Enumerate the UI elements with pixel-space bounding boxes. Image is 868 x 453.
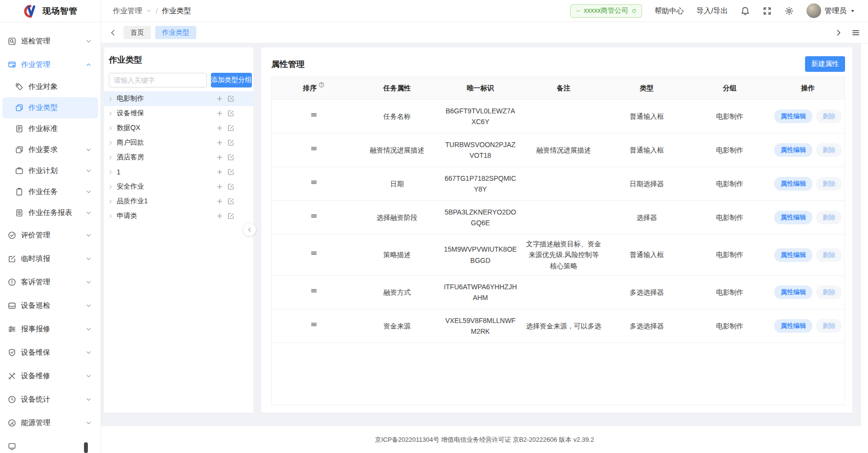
job-type-item-商户回款[interactable]: 商户回款 [104,135,253,150]
tabs-back-icon[interactable] [109,29,117,37]
edit-icon[interactable] [227,139,234,146]
sidebar-item-设备统计[interactable]: 设备统计 [0,388,101,411]
edit-icon[interactable] [227,125,234,131]
table-row: 融资情况进展描述TURBWSVOON2PJAZVOT18融资情况进展描述普通输入… [272,133,845,167]
sidebar-item-设备巡检[interactable]: 设备巡检 [0,294,101,317]
attribute-edit-button[interactable]: 属性编辑 [774,109,812,123]
plus-icon[interactable] [216,213,223,219]
bell-icon[interactable] [741,6,750,16]
delete-button[interactable]: 删除 [816,211,842,224]
breadcrumb-section[interactable]: 作业管理 [113,6,142,16]
job-type-item-数据QX[interactable]: 数据QX [104,121,253,135]
fullscreen-icon[interactable] [763,6,772,16]
panel-collapse-button[interactable] [243,223,256,236]
drag-icon[interactable] [310,145,318,152]
tabs-forward-icon[interactable] [835,29,843,37]
sidebar-item-作业计划[interactable]: 作业计划 [0,160,101,181]
job-type-item-品质作业1[interactable]: 品质作业1 [104,194,253,209]
job-type-item-安全作业[interactable]: 安全作业 [104,179,253,194]
sidebar-item-作业管理[interactable]: 作业管理 [0,53,101,76]
actions-cell: 属性编辑删除 [771,315,845,337]
sidebar-item-临时填报[interactable]: 临时填报 [0,247,101,270]
tabs-menu-icon[interactable] [851,28,860,37]
job-type-item-设备维保[interactable]: 设备维保 [104,106,253,121]
task-attribute-cell: 融资方式 [355,283,438,302]
plus-icon[interactable] [216,154,223,161]
plus-icon[interactable] [216,183,223,190]
question-icon[interactable] [318,82,325,88]
edit-icon[interactable] [227,95,234,102]
chevron-right-icon [108,214,113,219]
delete-button[interactable]: 删除 [816,143,842,157]
edit-icon[interactable] [227,169,234,175]
delete-button[interactable]: 删除 [816,319,842,333]
edit-icon[interactable] [227,198,234,205]
attribute-edit-button[interactable]: 属性编辑 [774,248,812,262]
drag-icon[interactable] [310,178,318,186]
table-row: 日期667TG1P7182SPQMICY8Y日期选择器电影制作属性编辑删除 [272,167,845,201]
sidebar-item-设备维保[interactable]: 设备维保 [0,341,101,364]
attribute-edit-button[interactable]: 属性编辑 [774,319,812,333]
plus-icon[interactable] [216,125,223,131]
sidebar-item-能源管理[interactable]: 能源管理 [0,411,101,434]
sidebar-item-作业要求[interactable]: 作业要求 [0,139,101,160]
tab-home[interactable]: 首页 [124,26,151,39]
drag-icon[interactable] [310,321,318,328]
company-selector[interactable]: xxxxx商管公司 [570,4,642,18]
page-scrollbar-track[interactable] [860,43,868,453]
plus-icon[interactable] [216,198,223,205]
chevron-down-icon [85,147,92,153]
attribute-edit-button[interactable]: 属性编辑 [774,143,812,157]
help-center-link[interactable]: 帮助中心 [655,6,684,16]
sidebar-item-评价管理[interactable]: 评价管理 [0,223,101,247]
delete-button[interactable]: 删除 [816,177,842,191]
sidebar-item-客诉管理[interactable]: 客诉管理 [0,270,101,294]
add-type-group-button[interactable]: 添加类型分组 [211,73,252,87]
doc-icon [15,125,23,133]
sidebar-item-label: 作业计划 [28,166,85,175]
job-type-item-电影制作[interactable]: 电影制作 [104,91,253,106]
attribute-edit-button[interactable]: 属性编辑 [774,285,812,299]
chevron-down-icon [85,396,92,403]
sidebar-item-作业标准[interactable]: 作业标准 [0,118,101,139]
delete-button[interactable]: 删除 [816,248,842,262]
drag-icon[interactable] [310,212,318,220]
delete-button[interactable]: 删除 [816,285,842,299]
import-export-link[interactable]: 导入/导出 [697,6,728,16]
sidebar-item-作业类型[interactable]: 作业类型 [2,97,98,118]
sidebar-scrollbar-thumb[interactable] [84,442,88,453]
plus-icon[interactable] [216,169,223,175]
delete-button[interactable]: 删除 [816,109,842,123]
drag-icon[interactable] [310,249,318,257]
job-type-item-1[interactable]: 1 [104,165,253,179]
plus-icon[interactable] [216,139,223,146]
job-type-item-酒店客房[interactable]: 酒店客房 [104,150,253,165]
attribute-edit-button[interactable]: 属性编辑 [774,211,812,224]
sidebar-item-报事报修[interactable]: 报事报修 [0,317,101,341]
keyword-search-input[interactable] [109,73,207,87]
edit-icon[interactable] [227,154,234,161]
edit-icon[interactable] [227,110,234,117]
sidebar-item-label: 评价管理 [21,231,85,240]
drag-icon[interactable] [310,287,318,295]
edit-icon[interactable] [227,213,234,219]
chevron-down-icon[interactable] [146,8,152,14]
sidebar-item-作业对象[interactable]: 作业对象 [0,76,101,97]
drag-icon[interactable] [310,111,318,119]
tab-job-type[interactable]: 作业类型 [155,26,196,39]
gear-icon[interactable] [785,6,794,16]
sidebar-item-作业任务[interactable]: 作业任务 [0,181,101,202]
type-cell: 普通输入框 [605,245,688,264]
job-type-item-申请类[interactable]: 申请类 [104,209,253,223]
sidebar-item-设备维修[interactable]: 设备维修 [0,364,101,388]
sort-cell [272,283,355,302]
shield-icon [8,348,16,357]
attribute-edit-button[interactable]: 属性编辑 [774,177,812,191]
edit-icon[interactable] [227,183,234,190]
plus-icon[interactable] [216,95,223,102]
sidebar-item-巡检管理[interactable]: 巡检管理 [0,29,101,53]
user-menu[interactable]: 管理员 [806,3,855,18]
new-attribute-button[interactable]: 新建属性 [805,56,845,72]
plus-icon[interactable] [216,110,223,117]
sidebar-item-作业任务报表[interactable]: 作业任务报表 [0,202,101,223]
